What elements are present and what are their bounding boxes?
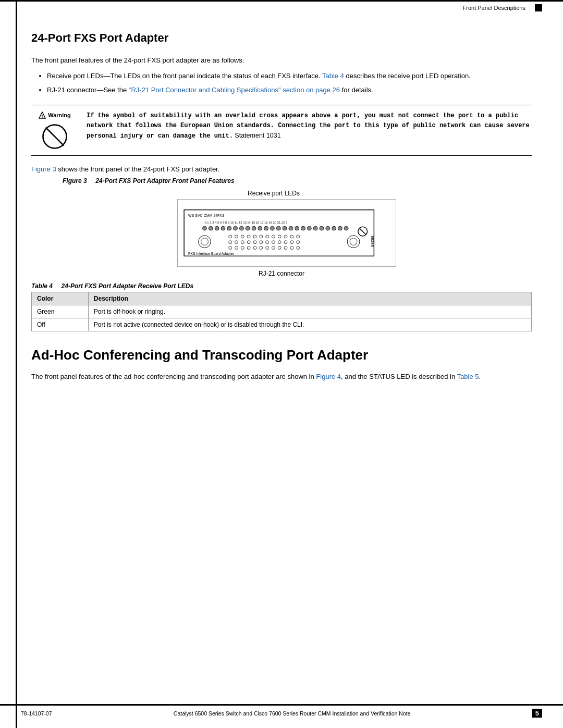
svg-point-33 xyxy=(241,235,244,238)
header-rule-block xyxy=(535,4,542,11)
svg-text:FXS Interface Board Adapter: FXS Interface Board Adapter xyxy=(188,252,235,256)
svg-point-49 xyxy=(266,240,269,243)
svg-point-23 xyxy=(301,226,305,230)
main-content: 24-Port FXS Port Adapter The front panel… xyxy=(31,16,532,381)
svg-point-46 xyxy=(247,240,250,243)
svg-point-16 xyxy=(258,226,262,230)
figure-ref-after: shows the front panel of the 24-port FXS… xyxy=(58,165,219,173)
svg-point-20 xyxy=(283,226,287,230)
svg-point-14 xyxy=(246,226,250,230)
row1-col1: Green xyxy=(32,305,89,318)
page-footer: 78-14107-07 Catalyst 6500 Series Switch … xyxy=(0,704,563,718)
warning-triangle-icon: ! xyxy=(39,112,46,119)
svg-text:!: ! xyxy=(42,114,43,118)
svg-point-30 xyxy=(344,226,348,230)
footer-center-text: Catalyst 6500 Series Switch and Cisco 76… xyxy=(174,710,411,717)
svg-point-18 xyxy=(270,226,274,230)
table-row: Green Port is off-hook or ringing. xyxy=(32,305,532,318)
svg-point-29 xyxy=(338,226,342,230)
svg-point-68 xyxy=(201,238,209,245)
svg-point-67 xyxy=(199,235,211,248)
warning-text-content: If the symbol of suitability with an ove… xyxy=(87,110,532,141)
table4: Color Description Green Port is off-hook… xyxy=(31,292,532,331)
svg-point-64 xyxy=(284,246,287,249)
svg-point-45 xyxy=(241,240,244,243)
footer-doc-number: 78-14107-07 xyxy=(21,710,52,717)
svg-point-24 xyxy=(307,226,311,230)
svg-point-27 xyxy=(326,226,330,230)
warning-row: ! Warning If the symbol of suitability w… xyxy=(31,110,532,150)
table5-link[interactable]: Table 5 xyxy=(457,373,479,380)
svg-point-40 xyxy=(284,235,287,238)
svg-text:98289: 98289 xyxy=(370,235,375,246)
list-item-1: Receive port LEDs—The LEDs on the front … xyxy=(47,71,532,81)
svg-point-17 xyxy=(264,226,268,230)
col-header-description: Description xyxy=(88,292,531,305)
receive-leds-label: Receive port LEDs xyxy=(248,190,300,197)
warning-label: ! Warning xyxy=(39,112,71,119)
svg-point-11 xyxy=(227,226,231,230)
svg-point-70 xyxy=(350,238,357,245)
warning-statement: Statement 1031 xyxy=(233,132,281,139)
svg-text:0 1 2 3 4 5 6 7 8 9 10 11 12 1: 0 1 2 3 4 5 6 7 8 9 10 11 12 13 14 15 16… xyxy=(204,221,287,224)
svg-point-10 xyxy=(221,226,225,230)
warning-section: ! Warning If the symbol of suitability w… xyxy=(31,105,532,156)
footer-page-number: 5 xyxy=(532,709,542,718)
section2-body: The front panel features of the ad-hoc c… xyxy=(31,372,532,382)
bullet1-link[interactable]: Table 4 xyxy=(322,72,344,80)
row1-col2: Port is off-hook or ringing. xyxy=(88,305,531,318)
svg-point-39 xyxy=(278,235,281,238)
svg-point-32 xyxy=(235,235,238,238)
footer-right: 5 xyxy=(532,709,542,718)
connector-row1 xyxy=(229,235,300,238)
bullet2-link[interactable]: "RJ-21 Port Connector and Cabling Specif… xyxy=(129,86,340,94)
svg-point-42 xyxy=(297,235,300,238)
svg-point-54 xyxy=(297,240,300,243)
left-bar xyxy=(16,0,17,728)
bullet1-text-after: describes the receive port LED operation… xyxy=(344,72,471,80)
connector-row3 xyxy=(229,246,300,249)
figure3-link[interactable]: Figure 3 xyxy=(31,165,56,173)
svg-point-43 xyxy=(229,240,232,243)
section1-heading: 24-Port FXS Port Adapter xyxy=(31,31,532,45)
figure3-label: Figure 3 24-Port FXS Port Adapter Front … xyxy=(63,177,235,184)
svg-point-9 xyxy=(215,226,219,230)
connector-row2 xyxy=(229,240,300,243)
svg-point-59 xyxy=(253,246,256,249)
svg-point-58 xyxy=(247,246,250,249)
svg-point-19 xyxy=(276,226,280,230)
svg-point-13 xyxy=(239,226,243,230)
rj21-label: RJ-21 connector xyxy=(259,270,304,277)
svg-point-41 xyxy=(290,235,293,238)
svg-point-47 xyxy=(253,240,256,243)
svg-point-61 xyxy=(266,246,269,249)
svg-point-56 xyxy=(235,246,238,249)
header-title: Front Panel Descriptions xyxy=(463,5,525,11)
top-border xyxy=(0,0,563,2)
svg-point-34 xyxy=(247,235,250,238)
col-header-color: Color xyxy=(32,292,89,305)
svg-point-21 xyxy=(289,226,293,230)
figure3-caption: Figure 3 24-Port FXS Port Adapter Front … xyxy=(63,177,532,184)
svg-point-38 xyxy=(272,235,275,238)
section2-heading: Ad-Hoc Conferencing and Transcoding Port… xyxy=(31,347,532,363)
svg-point-44 xyxy=(235,240,238,243)
diagram-container: Receive port LEDs WS-SVC-CMM-24FXS 0 1 2… xyxy=(31,190,532,277)
svg-point-51 xyxy=(278,240,281,243)
bullet2-text-before: RJ-21 connector—See the xyxy=(47,86,129,94)
svg-point-37 xyxy=(266,235,269,238)
figure4-link[interactable]: Figure 4 xyxy=(316,373,341,380)
svg-point-53 xyxy=(290,240,293,243)
bullet-list: Receive port LEDs—The LEDs on the front … xyxy=(47,71,532,95)
svg-point-48 xyxy=(260,240,263,243)
svg-point-12 xyxy=(234,226,238,230)
bullet2-text-after: for details. xyxy=(340,86,373,94)
page-header: Front Panel Descriptions xyxy=(463,4,542,11)
prohibited-icon xyxy=(41,123,68,150)
svg-point-65 xyxy=(290,246,293,249)
svg-point-36 xyxy=(260,235,263,238)
table-row: Off Port is not active (connected device… xyxy=(32,318,532,331)
adapter-diagram-svg: WS-SVC-CMM-24FXS 0 1 2 3 4 5 6 7 8 9 10 … xyxy=(177,199,396,267)
svg-line-3 xyxy=(46,127,64,145)
svg-point-69 xyxy=(347,235,360,248)
